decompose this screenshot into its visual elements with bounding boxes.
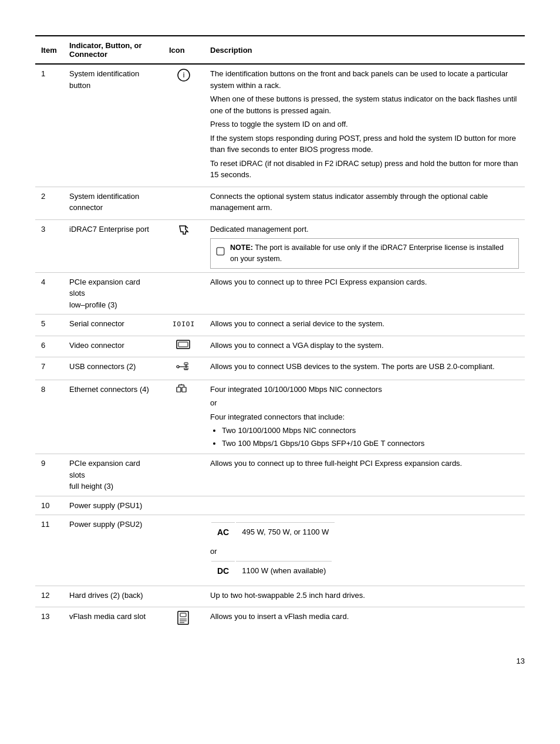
cell-description: Allows you to connect up to three PCI Ex… bbox=[204, 272, 525, 314]
or-text: or bbox=[210, 546, 519, 557]
cell-item: 1 bbox=[35, 64, 63, 187]
cell-description: Four integrated 10/100/1000 Mbps NIC con… bbox=[204, 380, 525, 454]
cell-item: 10 bbox=[35, 496, 63, 515]
description-text: To reset iDRAC (if not disabled in F2 iD… bbox=[210, 158, 519, 181]
table-row: 1System identification button i The iden… bbox=[35, 64, 525, 187]
table-row: 3iDRAC7 Enterprise port Dedicated manage… bbox=[35, 219, 525, 272]
note-box: ▢ NOTE: The port is available for use on… bbox=[210, 238, 519, 269]
description-text: Four integrated connectors that include: bbox=[210, 411, 519, 423]
cell-indicator: Video connector bbox=[63, 336, 163, 357]
ac-value: 495 W, 750 W, or 1100 W bbox=[236, 522, 335, 542]
description-text: Connects the optional system status indi… bbox=[210, 191, 519, 214]
description-text: Up to two hot-swappable 2.5 inch hard dr… bbox=[210, 590, 519, 601]
col-header-icon: Icon bbox=[163, 36, 204, 64]
cell-icon: i bbox=[163, 64, 204, 187]
cell-icon bbox=[163, 515, 204, 586]
description-text: The identification buttons on the front … bbox=[210, 68, 519, 91]
table-row: 4PCIe expansion card slotslow–profile (3… bbox=[35, 272, 525, 314]
svg-point-5 bbox=[177, 366, 179, 368]
cell-indicator: PCIe expansion card slotsfull height (3) bbox=[63, 454, 163, 496]
cell-description: Allows you to insert a vFlash media card… bbox=[204, 607, 525, 633]
cell-indicator: iDRAC7 Enterprise port bbox=[63, 219, 163, 272]
cell-indicator: System identificationconnector bbox=[63, 187, 163, 219]
cell-description: Connects the optional system status indi… bbox=[204, 187, 525, 219]
cell-item: 12 bbox=[35, 586, 63, 607]
cell-description: Allows you to connect a VGA display to t… bbox=[204, 336, 525, 357]
cell-description: Dedicated management port. ▢ NOTE: The p… bbox=[204, 219, 525, 272]
svg-rect-14 bbox=[182, 387, 186, 392]
cell-indicator: Hard drives (2) (back) bbox=[63, 586, 163, 607]
description-text: Four integrated 10/100/1000 Mbps NIC con… bbox=[210, 384, 519, 395]
table-row: 2System identificationconnectorConnects … bbox=[35, 187, 525, 219]
cell-item: 8 bbox=[35, 380, 63, 454]
col-header-indicator: Indicator, Button, orConnector bbox=[63, 36, 163, 64]
description-text: Allows you to connect USB devices to the… bbox=[210, 361, 519, 373]
description-text: If the system stops responding during PO… bbox=[210, 133, 519, 155]
cell-indicator: Power supply (PSU1) bbox=[63, 496, 163, 515]
table-row: 10Power supply (PSU1) bbox=[35, 496, 525, 515]
cell-icon bbox=[163, 336, 204, 357]
note-icon: ▢ bbox=[215, 243, 225, 259]
cell-indicator: Power supply (PSU2) bbox=[63, 515, 163, 586]
cell-icon bbox=[163, 272, 204, 314]
table-row: 5Serial connectorIOIOIAllows you to conn… bbox=[35, 314, 525, 336]
table-row: 13vFlash media card slot Allows you to i… bbox=[35, 607, 525, 633]
cell-icon bbox=[163, 357, 204, 380]
col-header-item: Item bbox=[35, 36, 63, 64]
cell-indicator: vFlash media card slot bbox=[63, 607, 163, 633]
description-text: Allows you to connect a VGA display to t… bbox=[210, 340, 519, 351]
cell-icon bbox=[163, 454, 204, 496]
ac-dc-info: AC 495 W, 750 W, or 1100 W or DC 1100 W … bbox=[210, 521, 519, 582]
cell-description: Allows you to connect up to three full-h… bbox=[204, 454, 525, 496]
main-table: Item Indicator, Button, orConnector Icon… bbox=[35, 35, 525, 633]
description-text: Allows you to connect up to three PCI Ex… bbox=[210, 276, 519, 288]
cell-description: Allows you to connect a serial device to… bbox=[204, 314, 525, 336]
cell-item: 6 bbox=[35, 336, 63, 357]
cell-description: The identification buttons on the front … bbox=[204, 64, 525, 187]
dc-label: DC bbox=[217, 566, 229, 576]
cell-icon bbox=[163, 496, 204, 515]
cell-item: 4 bbox=[35, 272, 63, 314]
description-text: Allows you to insert a vFlash media card… bbox=[210, 611, 519, 623]
cell-description: Up to two hot-swappable 2.5 inch hard dr… bbox=[204, 586, 525, 607]
cell-description: AC 495 W, 750 W, or 1100 W or DC 1100 W … bbox=[204, 515, 525, 586]
svg-text:i: i bbox=[183, 71, 185, 79]
cell-indicator: System identification button bbox=[63, 64, 163, 187]
cell-item: 11 bbox=[35, 515, 63, 586]
table-row: 12Hard drives (2) (back)Up to two hot-sw… bbox=[35, 586, 525, 607]
cell-icon bbox=[163, 380, 204, 454]
cell-icon bbox=[163, 607, 204, 633]
page-number: 13 bbox=[35, 657, 525, 665]
description-text: Allows you to connect a serial device to… bbox=[210, 318, 519, 330]
svg-rect-20 bbox=[180, 613, 186, 617]
cell-icon: IOIOI bbox=[163, 314, 204, 336]
cell-indicator: PCIe expansion card slotslow–profile (3) bbox=[63, 272, 163, 314]
cell-item: 3 bbox=[35, 219, 63, 272]
cell-item: 9 bbox=[35, 454, 63, 496]
table-row: 7USB connectors (2) Allows you to connec… bbox=[35, 357, 525, 380]
cell-item: 7 bbox=[35, 357, 63, 380]
cell-indicator: USB connectors (2) bbox=[63, 357, 163, 380]
cell-item: 2 bbox=[35, 187, 63, 219]
col-header-description: Description bbox=[204, 36, 525, 64]
table-row: 9PCIe expansion card slotsfull height (3… bbox=[35, 454, 525, 496]
dc-value: 1100 W (when available) bbox=[236, 561, 332, 581]
table-row: 8Ethernet connectors (4) Four integrated… bbox=[35, 380, 525, 454]
cell-indicator: Serial connector bbox=[63, 314, 163, 336]
note-text: NOTE: The port is available for use only… bbox=[230, 242, 514, 265]
cell-item: 5 bbox=[35, 314, 63, 336]
bullet-list: Two 10/100/1000 Mbps NIC connectorsTwo 1… bbox=[210, 425, 519, 449]
table-row: 11Power supply (PSU2) AC 495 W, 750 W, o… bbox=[35, 515, 525, 586]
list-item: Two 100 Mbps/1 Gbps/10 Gbps SFP+/10 GbE … bbox=[222, 438, 519, 449]
table-row: 6Video connector Allows you to connect a… bbox=[35, 336, 525, 357]
svg-rect-4 bbox=[178, 342, 188, 347]
description-text: Allows you to connect up to three full-h… bbox=[210, 458, 519, 469]
cell-description: Allows you to connect USB devices to the… bbox=[204, 357, 525, 380]
cell-indicator: Ethernet connectors (4) bbox=[63, 380, 163, 454]
svg-rect-13 bbox=[177, 387, 181, 392]
cell-icon bbox=[163, 187, 204, 219]
description-text: or bbox=[210, 397, 519, 409]
description-text: When one of these buttons is pressed, th… bbox=[210, 93, 519, 116]
cell-description bbox=[204, 496, 525, 515]
description-text: Press to toggle the system ID on and off… bbox=[210, 119, 519, 130]
